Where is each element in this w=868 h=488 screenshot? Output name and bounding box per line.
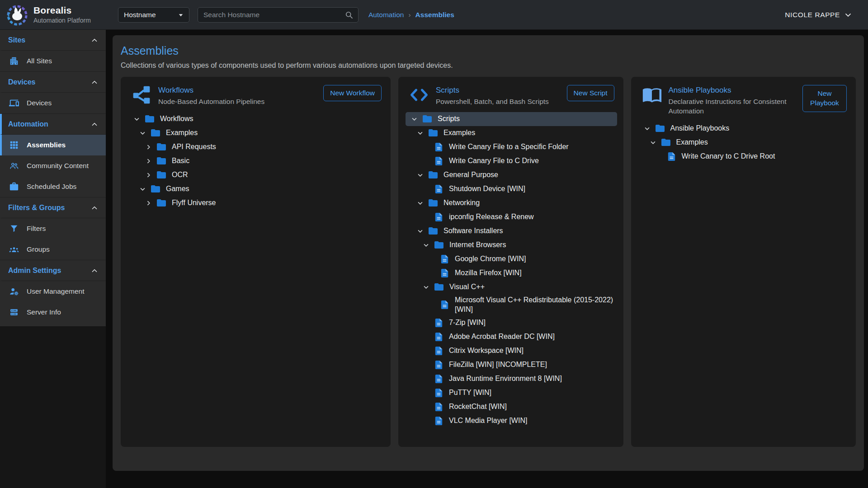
tree-file-row[interactable]: Java Runtime Environment 8 [WIN] [406, 372, 617, 386]
tree-file-row[interactable]: VLC Media Player [WIN] [406, 414, 617, 428]
breadcrumb: Automation › Assemblies [368, 11, 454, 19]
chevron-down-icon[interactable] [643, 124, 651, 133]
tree-file-row[interactable]: 7-Zip [WIN] [406, 316, 617, 330]
tree-file-row[interactable]: FileZilla [WIN] [INCOMPLETE] [406, 358, 617, 372]
card-title: Scripts [436, 86, 549, 95]
chevron-down-icon[interactable] [138, 185, 147, 193]
card-subtitle: Declarative Instructions for Consistent … [669, 97, 796, 116]
sidebar-section-filters-groups: Filters & Groups Filters Groups [0, 197, 106, 260]
tree-folder-row[interactable]: Flyff Universe [128, 196, 384, 210]
tree-expander-slot [422, 241, 434, 249]
tree-folder-row[interactable]: Examples [128, 126, 384, 140]
tree-expander-slot [416, 199, 428, 207]
tree-expander-slot [410, 115, 422, 123]
chevron-right-icon[interactable] [144, 157, 153, 165]
new-playbook-button[interactable]: New Playbook [802, 85, 847, 112]
chevron-down-icon[interactable] [138, 129, 147, 137]
file-icon [434, 156, 444, 166]
chevron-up-icon [90, 267, 99, 275]
tree-file-row[interactable]: Write Canary File to C Drive [406, 154, 617, 168]
scripts-tree: ScriptsExamplesWrite Canary File to a Sp… [398, 112, 623, 434]
chevron-right-icon[interactable] [144, 143, 153, 151]
sidebar-item-server-info[interactable]: Server Info [0, 302, 106, 323]
file-icon [434, 318, 444, 328]
tree-folder-row[interactable]: Examples [406, 126, 617, 140]
topbar: Borealis Automation Platform Hostname Au… [0, 0, 868, 30]
borealis-logo [5, 3, 29, 27]
tree-file-row[interactable]: Microsoft Visual C++ Redistributable (20… [406, 294, 617, 316]
tree-folder-row[interactable]: Software Installers [406, 224, 617, 238]
playbooks-card: Ansible Playbooks Declarative Instructio… [631, 77, 856, 447]
folder-icon [144, 113, 155, 124]
card-title: Ansible Playbooks [669, 86, 796, 95]
tree-file-row[interactable]: ipconfig Release & Renew [406, 210, 617, 224]
building-icon [9, 56, 19, 66]
sidebar-header-devices[interactable]: Devices [0, 72, 106, 93]
new-script-button[interactable]: New Script [567, 85, 614, 101]
file-icon [434, 360, 444, 370]
chevron-down-icon[interactable] [132, 115, 141, 123]
chevron-down-icon[interactable] [416, 129, 425, 137]
breadcrumb-assemblies[interactable]: Assemblies [415, 11, 454, 19]
sidebar-header-automation[interactable]: Automation [0, 114, 106, 135]
tree-folder-row[interactable]: Networking [406, 196, 617, 210]
filter-icon [9, 224, 19, 234]
folder-icon [428, 197, 439, 208]
hostname-select[interactable]: Hostname [118, 7, 189, 23]
tree-folder-row[interactable]: Basic [128, 154, 384, 168]
chevron-down-icon[interactable] [422, 241, 430, 249]
breadcrumb-automation[interactable]: Automation [368, 11, 404, 19]
chevron-down-icon[interactable] [410, 115, 419, 123]
chevron-down-icon[interactable] [422, 283, 430, 291]
sidebar-item-groups[interactable]: Groups [0, 239, 106, 260]
tree-folder-row[interactable]: Internet Browsers [406, 238, 617, 252]
chevron-right-icon[interactable] [144, 171, 153, 179]
chevron-up-icon [90, 36, 99, 44]
sidebar-item-scheduled-jobs[interactable]: Scheduled Jobs [0, 176, 106, 197]
tree-file-row[interactable]: Write Canary to C Drive Root [638, 150, 850, 164]
tree-file-row[interactable]: RocketChat [WIN] [406, 400, 617, 414]
tree-folder-row[interactable]: Ansible Playbooks [638, 122, 850, 136]
chevron-down-icon [844, 10, 853, 19]
search-input[interactable] [198, 11, 344, 19]
sidebar-item-assemblies[interactable]: Assemblies [0, 135, 106, 155]
tree-folder-row[interactable]: Visual C++ [406, 280, 617, 294]
tree-folder-row[interactable]: API Requests [128, 140, 384, 154]
tree-folder-row[interactable]: Games [128, 182, 384, 196]
user-menu[interactable]: NICOLE RAPPE [785, 10, 853, 19]
chevron-down-icon[interactable] [416, 171, 425, 179]
chevron-down-icon[interactable] [649, 138, 657, 147]
file-icon [434, 374, 444, 384]
tree-folder-row[interactable]: General Purpose [406, 168, 617, 182]
tree-folder-row[interactable]: Scripts [406, 112, 617, 126]
chevron-down-icon[interactable] [416, 227, 425, 235]
sidebar-header-sites[interactable]: Sites [0, 30, 106, 51]
sidebar-header-filters-groups[interactable]: Filters & Groups [0, 197, 106, 218]
new-workflow-button[interactable]: New Workflow [323, 85, 382, 101]
folder-icon [428, 127, 439, 138]
tree-folder-row[interactable]: OCR [128, 168, 384, 182]
folder-icon [428, 225, 439, 236]
tree-file-row[interactable]: Google Chrome [WIN] [406, 252, 617, 266]
tree-folder-row[interactable]: Workflows [128, 112, 384, 126]
file-icon [439, 268, 450, 278]
tree-expander-slot [144, 199, 156, 207]
tree-file-row[interactable]: PuTTY [WIN] [406, 386, 617, 400]
tree-file-row[interactable]: Citrix Workspace [WIN] [406, 344, 617, 358]
sidebar-item-all-sites[interactable]: All Sites [0, 51, 106, 71]
tree-folder-row[interactable]: Examples [638, 136, 850, 150]
sidebar-item-filters[interactable]: Filters [0, 218, 106, 239]
tree-file-row[interactable]: Adobe Acrobat Reader DC [WIN] [406, 330, 617, 344]
page-title: Assemblies [121, 44, 856, 57]
tree-file-row[interactable]: Mozilla Firefox [WIN] [406, 266, 617, 280]
file-icon [434, 402, 444, 412]
chevron-right-icon[interactable] [144, 199, 153, 207]
sidebar-item-devices[interactable]: Devices [0, 93, 106, 113]
sidebar-item-community-content[interactable]: Community Content [0, 155, 106, 176]
chevron-down-icon[interactable] [416, 199, 425, 207]
sidebar-item-user-management[interactable]: User Management [0, 281, 106, 302]
sidebar-header-admin-settings[interactable]: Admin Settings [0, 260, 106, 281]
file-icon [434, 142, 444, 152]
tree-file-row[interactable]: Shutdown Device [WIN] [406, 182, 617, 196]
tree-file-row[interactable]: Write Canary File to a Specific Folder [406, 140, 617, 154]
